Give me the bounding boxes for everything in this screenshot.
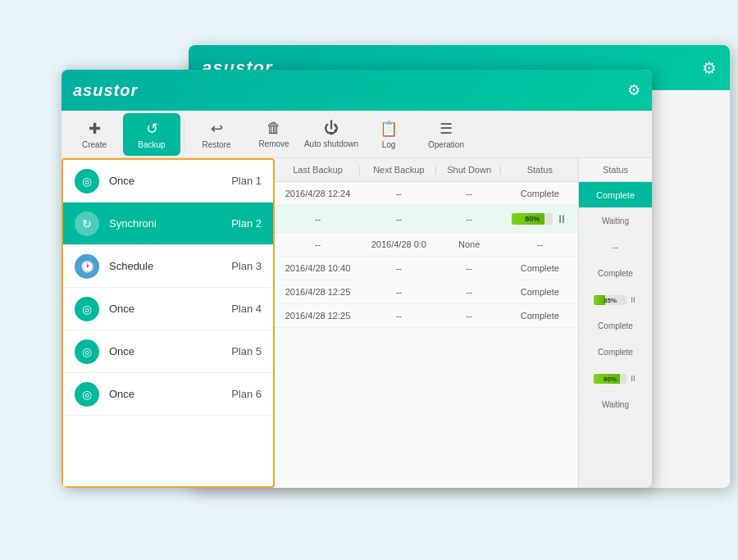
status-panel-item: -- (579, 234, 652, 261)
restore-icon: ↩ (211, 120, 223, 138)
col-last-backup: Last Backup (275, 158, 361, 182)
main-window: asustor ⚙ ✚ Create ↺ Backup ↩ Restore 🗑 … (61, 70, 652, 488)
status-panel-item: Complete (579, 313, 652, 339)
main-window-logo: asustor (73, 81, 138, 100)
sidebar-item-plan4[interactable]: ◎ Once Plan 4 (63, 288, 273, 330)
main-gear-icon: ⚙ (627, 81, 640, 99)
operation-button[interactable]: ☰ Operation (417, 113, 475, 156)
backup-button[interactable]: ↺ Backup (123, 113, 180, 156)
table-cell: None (437, 233, 502, 257)
table-cell: -- (361, 206, 437, 233)
data-table: Last Backup Next Backup Shut Down Status… (275, 158, 578, 328)
sidebar-icon-sync-2: ↻ (75, 212, 99, 236)
operation-label: Operation (428, 140, 464, 149)
sp-bar: 35% (594, 295, 626, 305)
remove-button[interactable]: 🗑 Remove (245, 113, 303, 156)
status-panel-item: Complete (579, 339, 652, 366)
sidebar-item-plan2[interactable]: ↻ Synchroni Plan 2 (63, 203, 273, 245)
table-cell: -- (361, 280, 437, 304)
log-label: Log (382, 140, 396, 149)
autoshutdown-label: Auto shutdown (304, 139, 358, 148)
table-row: 2016/4/28 12:25----Complete (275, 280, 578, 304)
backup-label: Backup (138, 140, 165, 149)
table-row: --2016/4/28 0:0None-- (275, 233, 578, 257)
col-status: Status (502, 158, 578, 182)
sp-pause-icon[interactable]: ⏸ (629, 374, 637, 383)
sidebar-item-plan3[interactable]: 🕐 Schedule Plan 3 (63, 245, 273, 288)
sp-text: 35% (604, 296, 617, 303)
status-panel-header: Status (579, 158, 652, 182)
table-cell: -- (361, 257, 437, 280)
table-cell: -- (275, 233, 361, 257)
status-panel-item: 80%⏸ (579, 366, 652, 392)
table-cell: 2016/4/28 12:25 (275, 304, 361, 328)
table-status-cell: 80%⏸ (502, 206, 578, 233)
status-panel-item: 35%⏸ (579, 287, 652, 313)
table-status-cell: Complete (502, 182, 578, 206)
sidebar-icon-once-1: ◎ (75, 169, 99, 193)
sidebar-type-2: Synchroni (109, 217, 231, 230)
create-label: Create (82, 140, 107, 149)
table-status-cell: Complete (502, 280, 578, 304)
table-cell: -- (361, 304, 437, 328)
sp-progress: 80%⏸ (594, 374, 637, 384)
sp-pause-icon[interactable]: ⏸ (629, 295, 637, 304)
bg-window-gear-icon: ⚙ (702, 58, 717, 78)
sidebar: ◎ Once Plan 1 ↻ Synchroni Plan 2 🕐 Sched… (61, 158, 275, 488)
sidebar-type-6: Once (109, 388, 231, 400)
col-shutdown: Shut Down (437, 158, 502, 182)
sidebar-icon-once-6: ◎ (75, 382, 99, 407)
table-cell: -- (437, 182, 502, 206)
sidebar-icon-once-4: ◎ (75, 297, 99, 321)
sidebar-plan-2: Plan 2 (231, 217, 262, 230)
restore-button[interactable]: ↩ Restore (188, 113, 245, 156)
sidebar-plan-1: Plan 1 (231, 175, 262, 187)
data-table-area: Last Backup Next Backup Shut Down Status… (275, 158, 578, 488)
create-icon: ✚ (89, 120, 101, 138)
status-panel: Status CompleteWaiting--Complete35%⏸Comp… (578, 158, 652, 488)
table-cell: -- (275, 206, 361, 233)
table-cell: 2016/4/28 12:24 (275, 182, 361, 206)
remove-icon: 🗑 (266, 120, 281, 137)
table-status-cell: Complete (502, 257, 578, 280)
autoshutdown-icon: ⏻ (324, 120, 339, 137)
status-panel-item: Waiting (579, 208, 652, 234)
pause-icon[interactable]: ⏸ (556, 212, 567, 225)
toolbar: ✚ Create ↺ Backup ↩ Restore 🗑 Remove ⏻ A… (61, 111, 652, 158)
autoshutdown-button[interactable]: ⏻ Auto shutdown (303, 113, 360, 156)
sidebar-item-plan6[interactable]: ◎ Once Plan 6 (63, 373, 273, 416)
sidebar-plan-3: Plan 3 (231, 260, 262, 272)
backup-icon: ↺ (146, 120, 158, 138)
table-row: 2016/4/28 10:40----Complete (275, 257, 578, 280)
table-cell: -- (437, 304, 502, 328)
create-button[interactable]: ✚ Create (66, 113, 123, 156)
table-row: 2016/4/28 12:24----Complete (275, 182, 578, 206)
status-panel-item: Complete (579, 182, 652, 208)
sp-bar: 80% (594, 374, 626, 384)
sidebar-icon-schedule-3: 🕐 (75, 254, 99, 279)
sidebar-item-plan5[interactable]: ◎ Once Plan 5 (63, 330, 273, 373)
sidebar-item-plan1[interactable]: ◎ Once Plan 1 (63, 160, 273, 203)
progress-container: 80%⏸ (512, 212, 568, 225)
log-button[interactable]: 📋 Log (360, 113, 417, 156)
progress-text: 80% (525, 215, 540, 223)
sidebar-type-3: Schedule (109, 260, 231, 272)
table-cell: 2016/4/28 12:25 (275, 280, 361, 304)
status-panel-items: CompleteWaiting--Complete35%⏸CompleteCom… (579, 182, 652, 418)
table-status-cell: -- (502, 233, 578, 257)
content-area: ◎ Once Plan 1 ↻ Synchroni Plan 2 🕐 Sched… (61, 158, 652, 488)
table-row: ------80%⏸ (275, 206, 578, 233)
log-icon: 📋 (380, 120, 398, 138)
sp-progress: 35%⏸ (594, 295, 637, 305)
table-cell: 2016/4/28 10:40 (275, 257, 361, 280)
col-next-backup: Next Backup (361, 158, 437, 182)
table-cell: -- (437, 257, 502, 280)
operation-icon: ☰ (440, 120, 453, 138)
table-status-cell: Complete (502, 304, 578, 328)
sidebar-type-5: Once (109, 345, 231, 357)
status-panel-item: Complete (579, 261, 652, 287)
sp-text: 80% (604, 375, 617, 382)
status-panel-item: Waiting (579, 392, 652, 418)
main-header: asustor ⚙ (61, 70, 652, 111)
toolbar-divider-1 (184, 120, 184, 149)
